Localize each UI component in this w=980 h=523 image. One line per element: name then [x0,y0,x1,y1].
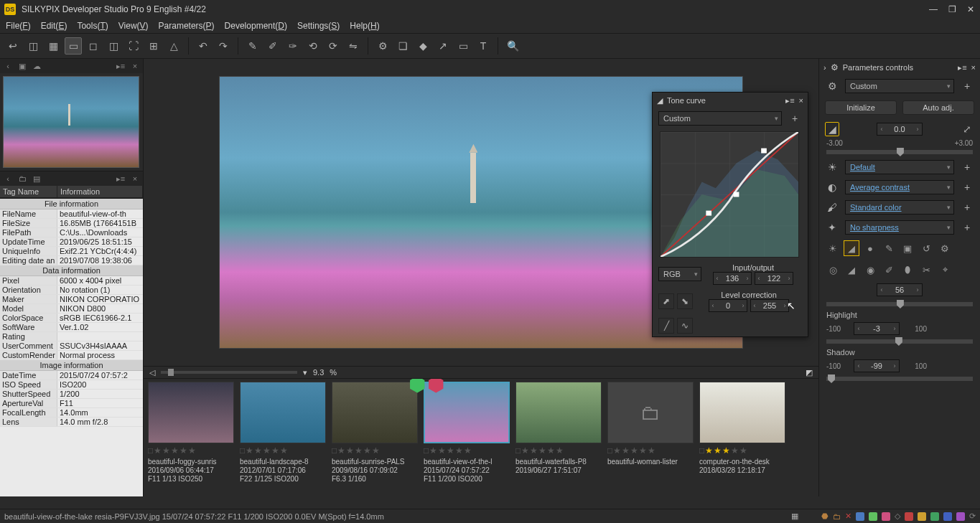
thumbnail-card[interactable]: □★★★★★beautiful-foggy-sunris2016/09/06 0… [148,382,235,494]
channel-dropdown[interactable]: RGB [658,267,701,281]
menu-item[interactable]: Settings(S) [297,21,340,31]
chevron-left-icon[interactable]: ‹ [3,61,13,71]
table-icon[interactable]: ⊞ [145,37,162,55]
add-icon[interactable]: + [960,220,974,235]
export-icon[interactable]: ↗ [434,37,452,55]
wand-icon[interactable]: ✎ [244,37,261,55]
shadow-spinner[interactable]: ‹-99› [854,359,900,372]
thumbnail-card[interactable]: □★★★★★computer-on-the-desk2018/03/28 12:… [699,382,787,494]
nav-cloud-icon[interactable]: ☁ [32,61,42,71]
tri-icon[interactable]: ◢ [844,262,859,278]
crop-icon[interactable]: ▣ [900,240,915,256]
zoom-fit-icon[interactable]: ◁ [149,368,155,377]
target-icon[interactable]: ⌖ [937,262,953,278]
thumbnail-card[interactable]: □★★★★★beautiful-waterfalls-P82019/06/27 … [515,382,603,494]
filmstrip[interactable]: □★★★★★beautiful-foggy-sunris2016/09/06 0… [144,379,818,496]
preset-dropdown[interactable]: Custom [845,79,954,93]
gear-icon[interactable]: ⚙ [374,37,391,55]
close-button[interactable]: ✕ [961,0,980,19]
rating-stars[interactable]: □★★★★★ [424,443,511,458]
chip-none[interactable]: ◇ [895,512,900,521]
chevron-left-icon[interactable]: ‹ [3,174,13,184]
redo-icon[interactable]: ↷ [215,37,232,55]
linear-icon[interactable]: ╱ [658,318,674,334]
navigator-thumbnail[interactable] [3,76,139,168]
rating-stars[interactable]: □★★★★★ [607,443,695,458]
menu-item[interactable]: View(V) [118,21,149,31]
contrast-icon[interactable]: ◐ [825,180,839,194]
undo2-icon[interactable]: ↺ [918,240,934,256]
fit-icon[interactable]: ⛶ [125,37,142,55]
chip-blue[interactable] [856,512,864,521]
panel-close-icon[interactable]: × [130,61,140,71]
sharp-dropdown[interactable]: No sharpness [845,220,954,235]
status-flag-icon[interactable]: ⬣ [821,512,829,521]
single-view-icon[interactable]: ▭ [65,37,82,55]
drop-icon[interactable]: ⬮ [900,262,915,278]
info-row[interactable]: ColorSpacesRGB IEC61966-2.1 [0,314,143,323]
thumbnail-card[interactable]: □★★★★★beautiful-sunrise-PALS2009/08/16 0… [332,382,419,494]
info-row[interactable]: ISO SpeedISO200 [0,380,143,390]
add-icon[interactable]: + [960,200,974,215]
highlight-spinner[interactable]: ‹-3› [854,322,900,335]
info-row[interactable]: FocalLength14.0mm [0,408,143,418]
wb-icon[interactable]: ☀ [825,160,839,174]
mid-spinner[interactable]: ‹56› [877,283,923,296]
exposure-slider[interactable] [826,150,973,154]
sun-icon[interactable]: ☀ [825,240,841,256]
shadow-slider[interactable] [826,377,973,381]
ring-icon[interactable]: ◎ [825,262,841,278]
lens-icon[interactable]: ◉ [862,262,878,278]
initialize-button[interactable]: Initialize [825,100,897,115]
chip-purple[interactable] [956,512,965,521]
info-row[interactable]: Lens14.0 mm f/2.8 [0,418,143,427]
info-row[interactable]: Rating [0,332,143,341]
info-row[interactable]: CustomRenderNormal process [0,351,143,360]
info-row[interactable]: Pixel6000 x 4004 pixel [0,276,143,286]
white-spinner[interactable]: ‹255› [750,299,789,312]
menu-item[interactable]: Parameters(P) [159,21,215,31]
gear2-icon[interactable]: ⚙ [937,240,953,256]
sphere-icon[interactable]: ● [862,240,878,256]
menu-item[interactable]: Edit(E) [41,21,67,31]
info-row[interactable]: OrientationNo rotation (1) [0,286,143,295]
wand2-icon[interactable]: ✎ [881,240,897,256]
panel-close-icon[interactable]: × [971,63,976,72]
chip-yellow[interactable] [918,512,926,521]
black-spinner[interactable]: ‹0› [709,299,747,312]
info-row[interactable]: ApertureValF11 [0,399,143,408]
input-spinner[interactable]: ‹136› [713,272,752,285]
panel-menu-icon[interactable]: ▸≡ [116,61,126,71]
brush-icon[interactable]: ✐ [264,37,281,55]
rating-stars[interactable]: □★★★★★ [332,443,419,458]
exposure-spinner[interactable]: ‹0.0› [877,123,923,136]
info-table[interactable]: File informationFileNamebeautiful-view-o… [0,199,143,496]
info-row[interactable]: ShutterSpeed1/200 [0,390,143,399]
chip-pink[interactable] [882,512,890,521]
back-icon[interactable]: ↩ [4,37,22,55]
warning-icon[interactable]: △ [165,37,182,55]
add-icon[interactable]: + [960,160,974,174]
chip-red[interactable] [905,512,913,521]
eyedrop-icon[interactable]: ✑ [284,37,302,55]
zoom-slider[interactable] [161,371,297,374]
refresh-icon[interactable]: ⟳ [969,512,976,521]
thumbnail-card[interactable]: ⬢⬢□★★★★★beautiful-view-of-the-l2015/07/2… [424,382,511,494]
frame-icon[interactable]: ◻ [85,37,102,55]
thumbnail-card[interactable]: 🗀□★★★★★beautiful-woman-lister [607,382,695,494]
curve-icon[interactable]: ◢ [844,240,859,256]
wb-dropdown[interactable]: Default [845,160,954,174]
rotate-r-icon[interactable]: ⟳ [325,37,342,55]
chip-green2[interactable] [930,512,939,521]
tone-curve-graph[interactable] [660,131,799,258]
menu-item[interactable]: Help(H) [350,21,379,31]
text-icon[interactable]: T [475,37,492,55]
chevron-right-icon[interactable]: › [823,63,826,72]
menu-item[interactable]: Development(D) [225,21,287,31]
menu-item[interactable]: Tools(T) [77,21,108,31]
rating-stars[interactable]: □★★★★★ [240,443,327,458]
preset-gear-icon[interactable]: ⚙ [825,79,839,93]
info-row[interactable]: DateTime2015/07/24 07:57:2 [0,371,143,380]
panel-close-icon[interactable]: × [799,96,803,105]
info-row[interactable]: FileSize16.85MB (17664151B [0,219,143,228]
